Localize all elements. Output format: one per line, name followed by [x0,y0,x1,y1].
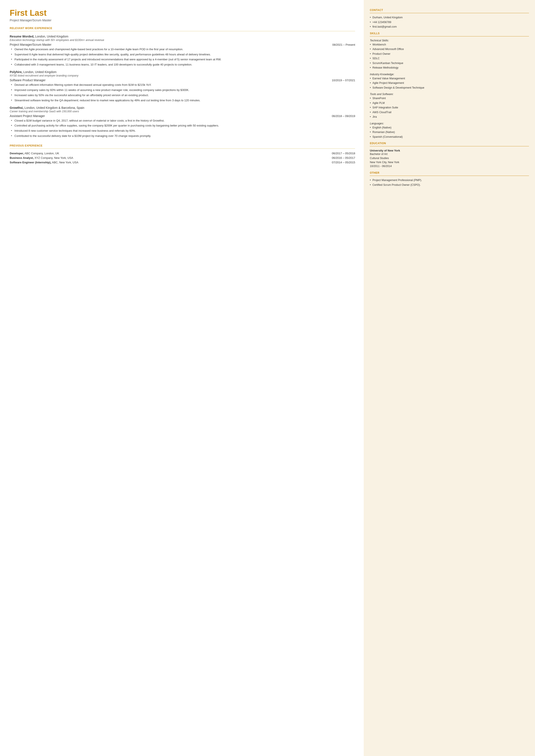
job-3-company: Growthsi, London, United Kingdom & Barce… [10,106,355,109]
list-item: Increased sales by 50% via the successfu… [11,93,355,98]
main-content: First Last Project Manager/Scrum Master … [0,0,364,756]
prev-exp-right-3: 07/2014 – 05/2015 [332,161,355,164]
list-item: Software Design & Development Technique [370,86,529,90]
other-list: Project Management Professional (PMP). C… [370,179,529,187]
list-item: Owned the Agile processes and championed… [11,47,355,51]
edu-field: Cultural Studies [370,156,529,160]
list-item: Certified Scrum Product Owner (CSPO). [370,183,529,187]
list-item: Collaborated with 3 management teams, 11… [11,63,355,67]
job-3-company-name: Growthsi, [10,106,24,109]
job-1-location: London, United Kingdom [34,35,68,38]
candidate-subtitle: Project Manager/Scrum Master [10,18,355,22]
job-2-company-name: Polyhire, [10,70,22,74]
technical-skills-list: Workbench Advanced Microsoft Office Prod… [370,43,529,70]
industry-skills-list: Earned Value Management Agile Project Ma… [370,77,529,90]
list-item: Supervised 8 Agile teams that delivered … [11,53,355,57]
prev-exp-rest-2: XYZ Company, New York, USA [34,156,73,159]
list-item: Controlled all purchasing activity for o… [11,124,355,128]
list-item: Streamlined software testing for the QA … [11,98,355,102]
prev-exp-rest-1: ABC Company, London, UK [24,152,59,155]
prev-exp-row-2: Business Analyst, XYZ Company, New York,… [10,156,355,159]
list-item: Spanish (Conversational) [370,135,529,139]
prev-exp-left-2: Business Analyst, XYZ Company, New York,… [10,156,73,159]
job-1-row: Project Manager/Scrum Master 08/2021 – P… [10,43,355,46]
job-2-company: Polyhire, London, United Kingdom [10,70,355,74]
skills-divider [370,36,529,37]
contact-item-phone: +44 123456789 [370,20,529,24]
list-item: Workbench [370,43,529,47]
prev-exp-left-1: Developer, ABC Company, London, UK [10,152,59,155]
education-title: EDUCATION [370,142,529,145]
list-item: Introduced 8 new customer service techni… [11,129,355,133]
languages-label: Languages: [370,122,529,125]
edu-location: New York City, New York [370,160,529,164]
list-item: Agile Project Management [370,81,529,85]
other-divider [370,176,529,176]
prev-exp-bold-3: Software Engineer (Internship), [10,161,51,164]
job-3-location: London, United Kingdom & Barcelona, Spai… [24,106,84,109]
relevant-work-title: RELEVANT WORK EXPERIENCE [10,27,355,30]
edu-degree: Bachelor of Art [370,152,529,156]
list-item: English (Native) [370,126,529,130]
prev-exp-right-1: 06/2017 – 05/2018 [332,152,355,155]
list-item: AWS CloudTrail [370,111,529,114]
job-2-location: London, United Kingdom [22,70,56,74]
job-1-dates: 08/2021 – Present [332,43,355,46]
list-item: Agile PLM [370,101,529,105]
list-item: Contributed to the successful delivery d… [11,134,355,138]
skills-title: SKILLS [370,32,529,35]
list-item: Improved company sales by 60% within 11 … [11,88,355,92]
job-3-dates: 06/2018 – 09/2019 [332,114,355,118]
prev-exp-right-2: 06/2016 – 05/2017 [332,156,355,159]
tools-label: Tools and Software: [370,93,529,96]
candidate-name: First Last [10,9,355,18]
prev-exp-bold-2: Business Analyst, [10,156,34,159]
sidebar: CONTACT Durham, United Kingdom +44 12345… [364,0,535,756]
contact-title: CONTACT [370,9,529,12]
list-item: Participated in the maturity assessment … [11,58,355,62]
edu-entry-1: University of New York Bachelor of Art C… [370,149,529,168]
prev-exp-entries: Developer, ABC Company, London, UK 06/20… [10,152,355,164]
prev-exp-bold-1: Developer, [10,152,24,155]
relevant-work-divider [10,31,355,31]
contact-list: Durham, United Kingdom +44 123456789 fir… [370,16,529,29]
tools-list: SharePoint Agile PLM SAP Integration Sui… [370,97,529,119]
list-item: Jira [370,115,529,119]
contact-divider [370,13,529,13]
job-1-company: Resume Worded, London, United Kingdom [10,35,355,38]
prev-exp-rest-3: ABC, New York, USA [51,161,78,164]
prev-exp-row-1: Developer, ABC Company, London, UK 06/20… [10,152,355,155]
job-2-dates: 10/2019 – 07/2021 [332,79,355,82]
prev-exp-row-3: Software Engineer (Internship), ABC, New… [10,161,355,164]
prev-exp-title: PREVIOUS EXPERIENCE [10,144,355,147]
list-item: SAP Integration Suite [370,106,529,110]
job-3-row: Assistant Project Manager 06/2018 – 09/2… [10,114,355,118]
list-item: Devised an efficient information filteri… [11,83,355,87]
list-item: Earned Value Management [370,77,529,81]
technical-label: Technical Skills: [370,39,529,42]
other-title: OTHER [370,171,529,174]
contact-item-email: first.last@gmail.com [370,25,529,29]
job-3-bullets: Closed a $1M budget variance in Q4, 2017… [10,119,355,138]
job-3-title: Assistant Project Manager [10,114,45,118]
languages-list: English (Native) Romanian (Native) Spani… [370,126,529,139]
job-1-company-name: Resume Worded, [10,35,34,38]
list-item: Project Management Professional (PMP). [370,179,529,182]
job-2-title: Software Product Manager [10,78,46,82]
contact-item-address: Durham, United Kingdom [370,16,529,20]
job-1-bullets: Owned the Agile processes and championed… [10,47,355,67]
job-2-bullets: Devised an efficient information filteri… [10,83,355,102]
list-item: SDLC [370,57,529,61]
job-3-desc: Career training and membership SaaS with… [10,110,355,113]
job-2-desc: NYSE-listed recruitment and employer bra… [10,74,355,77]
list-item: Release Methodology [370,66,529,70]
edu-dates: 10/2011 - 06/2014 [370,164,529,168]
job-1-title: Project Manager/Scrum Master [10,43,51,46]
industry-label: Industry Knowledge: [370,73,529,76]
prev-exp-left-3: Software Engineer (Internship), ABC, New… [10,161,78,164]
list-item: SharePoint [370,97,529,100]
job-1-desc: Education technology startup with 50+ em… [10,39,355,42]
job-2-row: Software Product Manager 10/2019 – 07/20… [10,78,355,82]
list-item: Advanced Microsoft Office [370,47,529,51]
list-item: Romanian (Native) [370,130,529,134]
